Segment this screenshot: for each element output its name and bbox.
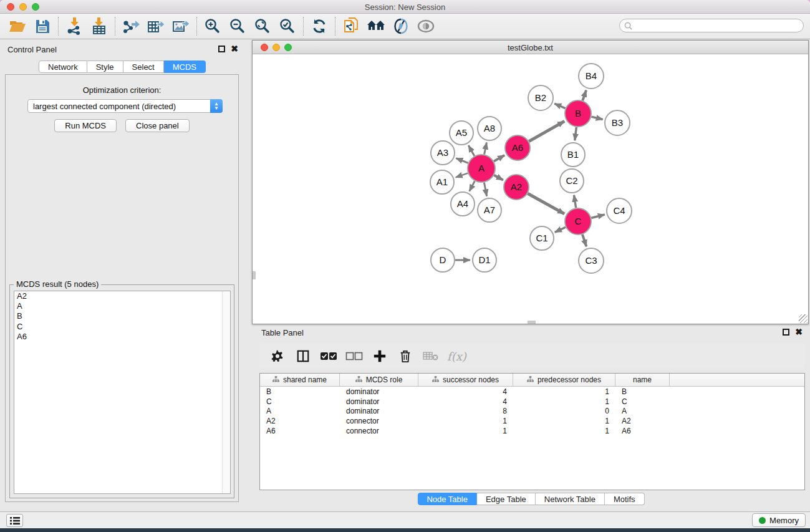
table-cell[interactable]: A (260, 407, 340, 415)
table-cell[interactable]: 0 (513, 407, 615, 415)
graph-node-A[interactable]: A (468, 155, 495, 182)
table-row[interactable]: A6connector11A6 (260, 426, 804, 436)
close-panel-button[interactable]: Close panel (125, 119, 190, 132)
optimization-criterion-dropdown[interactable]: largest connected component (directed) ▲… (27, 99, 223, 113)
refresh-icon[interactable] (307, 16, 332, 37)
column-header-MCDS-role[interactable]: MCDS role (340, 374, 418, 386)
table-cell[interactable]: 4 (418, 387, 513, 396)
float-table-panel-icon[interactable] (783, 329, 789, 336)
select-all-checkboxes-icon[interactable] (317, 346, 340, 366)
function-builder-icon[interactable]: f(x) (445, 350, 466, 363)
graph-node-D1[interactable]: D1 (473, 248, 496, 272)
table-cell[interactable]: dominator (340, 407, 418, 415)
graph-node-C[interactable]: C (565, 208, 591, 235)
mcds-result-item[interactable]: A (14, 301, 230, 311)
graph-node-D[interactable]: D (431, 248, 455, 272)
graph-node-A5[interactable]: A5 (450, 121, 473, 145)
table-cell[interactable]: B (260, 387, 340, 396)
graph-edge-B-B4[interactable] (582, 90, 586, 101)
mcds-result-item[interactable]: B (14, 311, 230, 321)
zoom-out-icon[interactable] (225, 16, 250, 37)
open-file-icon[interactable] (5, 16, 30, 37)
graph-edge-A6-B[interactable] (529, 121, 564, 141)
table-cell[interactable]: connector (340, 427, 418, 435)
delete-table-icon[interactable] (419, 346, 442, 366)
horizontal-scroll-nub[interactable] (528, 321, 536, 324)
export-image-icon[interactable] (168, 16, 193, 37)
graph-node-B4[interactable]: B4 (579, 64, 604, 89)
network-window-titlebar[interactable]: testGlobe.txt (253, 41, 808, 54)
table-cell[interactable]: 4 (418, 397, 513, 406)
table-row[interactable]: Bdominator41B (260, 387, 804, 397)
table-cell[interactable]: 1 (513, 397, 615, 406)
table-cell[interactable]: 1 (513, 387, 615, 396)
table-cell[interactable]: 1 (513, 417, 615, 425)
graph-node-A7[interactable]: A7 (478, 198, 501, 222)
graph-node-A1[interactable]: A1 (430, 170, 454, 194)
graph-node-A6[interactable]: A6 (505, 135, 530, 160)
network-graph[interactable]: B4B2BB3A5A8A6A3B1AC2A1A2A4A7C4CC1C3DD1 (253, 54, 808, 324)
table-cell[interactable]: A6 (260, 427, 340, 435)
graph-node-B3[interactable]: B3 (605, 110, 630, 135)
delete-column-icon[interactable] (393, 346, 417, 366)
graph-edge-C-C4[interactable] (591, 215, 604, 218)
table-cell[interactable]: 1 (513, 427, 615, 435)
table-cell[interactable]: C (615, 397, 670, 406)
close-table-panel-icon[interactable]: ✖ (795, 329, 803, 336)
graph-edge-A2-C[interactable] (528, 193, 564, 214)
show-column-icon[interactable] (291, 346, 314, 366)
import-table-icon[interactable] (87, 16, 112, 37)
tab-select[interactable]: Select (123, 60, 164, 73)
mcds-result-item[interactable]: A2 (14, 291, 230, 301)
table-cell[interactable]: A2 (260, 417, 340, 425)
graph-edge-A-A4[interactable] (470, 181, 475, 191)
close-panel-icon[interactable]: ✖ (231, 46, 238, 52)
table-cell[interactable]: dominator (340, 387, 418, 396)
scrollbar-track[interactable] (222, 291, 230, 493)
graph-edge-A-A6[interactable] (494, 155, 504, 162)
table-cell[interactable]: A (615, 407, 670, 415)
graph-edge-A-A7[interactable] (484, 183, 486, 196)
graph-node-C4[interactable]: C4 (607, 198, 632, 223)
graph-node-B[interactable]: B (565, 100, 591, 127)
search-input[interactable] (632, 21, 803, 30)
tab-mcds[interactable]: MCDS (164, 60, 206, 73)
graph-node-A3[interactable]: A3 (431, 141, 455, 165)
graph-node-A2[interactable]: A2 (504, 175, 529, 200)
graph-node-B1[interactable]: B1 (561, 143, 585, 167)
graph-edge-A-A2[interactable] (494, 175, 503, 180)
memory-button[interactable]: Memory (752, 513, 806, 527)
graph-edge-A-A8[interactable] (485, 143, 487, 155)
new-network-from-selection-icon[interactable] (339, 16, 364, 37)
first-neighbors-icon[interactable] (364, 16, 388, 37)
graph-edge-C-C1[interactable] (555, 227, 566, 232)
graph-node-B2[interactable]: B2 (528, 85, 553, 110)
graph-node-C2[interactable]: C2 (560, 169, 584, 193)
table-cell[interactable]: 1 (418, 417, 513, 425)
mcds-result-item[interactable]: C (14, 322, 230, 332)
table-cell[interactable]: 8 (418, 407, 513, 415)
column-header-predecessor-nodes[interactable]: predecessor nodes (513, 374, 615, 386)
tab-motifs[interactable]: Motifs (605, 493, 645, 505)
graph-edge-C-C3[interactable] (582, 235, 586, 246)
table-cell[interactable]: A6 (615, 427, 670, 435)
zoom-selected-icon[interactable] (275, 16, 300, 37)
save-session-icon[interactable] (30, 16, 55, 37)
table-cell[interactable]: connector (340, 417, 418, 425)
table-cell[interactable]: B (615, 387, 670, 396)
graph-edge-B-B2[interactable] (554, 104, 566, 108)
graph-node-A4[interactable]: A4 (451, 192, 475, 216)
table-row[interactable]: A2connector11A2 (260, 416, 804, 426)
tab-network[interactable]: Network (39, 60, 87, 73)
export-network-icon[interactable] (118, 16, 143, 37)
graph-node-C1[interactable]: C1 (530, 226, 554, 250)
add-column-icon[interactable] (368, 346, 391, 366)
table-cell[interactable]: dominator (340, 397, 418, 406)
settings-gear-icon[interactable] (266, 346, 289, 366)
graph-edge-A-A3[interactable] (456, 158, 468, 163)
run-mcds-button[interactable]: Run MCDS (54, 119, 117, 132)
graph-edge-A-A1[interactable] (456, 173, 468, 178)
mcds-result-list[interactable]: A2ABCA6 (14, 291, 231, 494)
tab-network-table[interactable]: Network Table (536, 493, 605, 505)
task-history-button[interactable] (6, 514, 23, 527)
